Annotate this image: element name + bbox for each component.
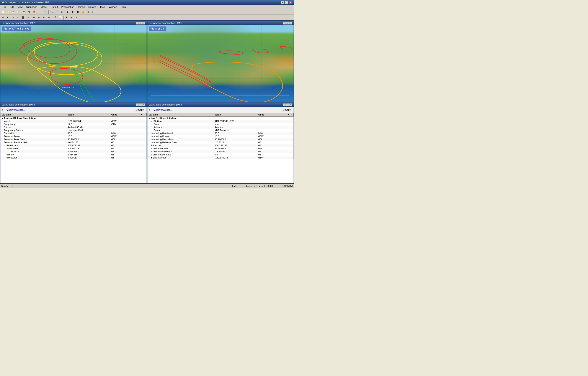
table-row[interactable]: Carrier Arabsat 30 MHz <box>0 126 147 129</box>
table-row[interactable]: 676 water 0.020113 dB <box>0 156 147 159</box>
menu-help[interactable]: Help <box>119 5 127 9</box>
table-row[interactable]: ▲ Arabsat DL.Link Calculation <box>0 117 147 120</box>
sim4-copy-button[interactable]: ⧉ Copy <box>281 108 292 112</box>
maximize-button[interactable]: □ <box>285 1 288 4</box>
table-row[interactable]: Transmit Power 18.0 dBW <box>0 135 147 138</box>
tb-fast-forward[interactable]: ⏭ <box>85 10 90 14</box>
sim3-modify-watches[interactable]: + + Modify Watches... <box>2 109 25 111</box>
sim2-close[interactable]: × <box>142 22 145 24</box>
close-button[interactable]: × <box>289 1 292 4</box>
menu-view[interactable]: View <box>16 5 24 9</box>
col4-units: Units <box>257 113 286 117</box>
table-row[interactable]: Group none <box>147 123 294 126</box>
menu-tools[interactable]: Tools <box>98 5 107 9</box>
sim2-minimize[interactable]: ─ <box>136 22 139 24</box>
table-row[interactable]: Interfering Power 18.0 dBW <box>147 135 294 138</box>
table-row[interactable]: Transmit Peak Gain 33.900002 dBi <box>0 138 147 141</box>
tb2-chart[interactable]: 📊 <box>58 15 63 20</box>
tb-info[interactable]: ℹ <box>90 10 95 14</box>
sim4-modify-watches[interactable]: + + Modify Watches... <box>149 109 172 111</box>
table-row[interactable]: Interfering Peak Gain 33.900002 dBi <box>147 138 294 141</box>
sim1-maximize[interactable]: □ <box>286 22 289 24</box>
tb-open[interactable]: 📁 <box>5 10 10 14</box>
sim3-maximize[interactable]: □ <box>139 103 142 106</box>
table-row[interactable]: Victim Peak Gain 35.689103 dBi <box>147 147 294 150</box>
tb-undo[interactable]: ↩ <box>38 10 43 14</box>
tb2-3[interactable]: ⊡ <box>10 15 15 20</box>
table-row[interactable]: Frequency 12.5 GHz <box>0 123 147 126</box>
table-row[interactable]: ▲ Station ARABSAT-KU-26E <box>147 120 294 123</box>
sim4-maximize[interactable]: □ <box>286 103 289 106</box>
col4-sort[interactable]: ▼ <box>286 113 294 117</box>
tb2-5[interactable]: ⬛ <box>20 15 25 20</box>
table-row[interactable]: Signal Strength -152.389232 dBW <box>147 156 294 159</box>
table-row[interactable]: Interfering Relative Gain -20.531341 dB <box>147 141 294 144</box>
sim2-map[interactable]: Lux ES Arabsat ES 1.5 1.5 ARABSAT-KU-26E… <box>0 25 147 102</box>
tb-zoom-in[interactable]: 🔍 <box>49 10 54 14</box>
tb2-7[interactable]: ⊕ <box>32 15 36 20</box>
table-row[interactable]: Transmit Relative Gain -0.454175 dB <box>0 141 147 144</box>
sim3-table-container[interactable]: Variable Value Units ▼ ▲ Arabsat DL.Link… <box>0 113 147 183</box>
table-row[interactable]: Worst I -166.781564 dBW <box>0 120 147 123</box>
tb2-settings[interactable]: ⚙ <box>74 15 79 20</box>
sim2-maximize[interactable]: □ <box>139 22 142 24</box>
sim4-table-container[interactable]: Variable Value Units ▼ ▲ Lux DL.Worst In… <box>147 113 294 183</box>
table-row[interactable]: ▲ Lux DL.Worst Interferer <box>147 117 294 120</box>
minimize-button[interactable]: ─ <box>281 1 284 4</box>
tb-save[interactable]: 💾 <box>10 10 15 14</box>
menu-file[interactable]: File <box>1 5 8 9</box>
tb-copy[interactable]: ⧉ <box>27 10 32 14</box>
tb2-sigma[interactable]: Σ <box>53 15 58 20</box>
table-row[interactable]: Antenna Antenna <box>147 126 294 129</box>
tb2-9[interactable]: ⊙ <box>42 15 46 20</box>
sim3-minimize[interactable]: ─ <box>136 103 139 106</box>
tb-new[interactable]: 📄 <box>0 10 5 14</box>
tb2-6[interactable]: ⊘ <box>25 15 30 20</box>
tb-saveas[interactable]: 📋 <box>15 10 20 14</box>
table-row[interactable]: Victim Relative Gain -13.214842 dB <box>147 150 294 153</box>
table-row[interactable]: Freespace 205.80439 dB <box>0 147 147 150</box>
tb-stop[interactable]: ⏹ <box>75 10 80 14</box>
tb-play[interactable]: ▶ <box>65 10 70 14</box>
sim1-close[interactable]: × <box>289 22 292 24</box>
table-row[interactable]: 676 dry 0.054886 dB <box>0 153 147 156</box>
menu-edit[interactable]: Edit <box>8 5 16 9</box>
menu-model[interactable]: Model <box>39 5 49 9</box>
tb2-4[interactable]: ↔ <box>15 15 20 20</box>
table-row[interactable]: ▲ Path Loss 205.879389 dB <box>0 144 147 147</box>
tb2-2[interactable]: ● <box>5 15 10 20</box>
table-row[interactable]: Path Loss 206.232153 dB <box>147 144 294 147</box>
sim4-close[interactable]: × <box>289 103 292 106</box>
tb-pause[interactable]: ⏸ <box>71 10 75 14</box>
tb2-1[interactable]: ⊕ <box>0 15 5 20</box>
sim3-title-bar: Lux Arabsat coordination.SIM:3 ─ □ × <box>0 102 147 107</box>
sim3-close[interactable]: × <box>142 103 145 106</box>
table-row[interactable]: Interfering Bandwidth 30.0 MHz <box>147 132 294 135</box>
menu-terrain[interactable]: Terrain <box>76 5 87 9</box>
col-sort[interactable]: ▼ <box>139 113 147 117</box>
tb2-map[interactable]: 🗺 <box>64 15 69 20</box>
tb2-10[interactable]: ⊚ <box>47 15 51 20</box>
tb-paste[interactable]: 📌 <box>32 10 36 14</box>
menu-simulation[interactable]: Simulation <box>24 5 39 9</box>
menu-results[interactable]: Results <box>87 5 98 9</box>
sim4-minimize[interactable]: ─ <box>283 103 286 106</box>
sim1-minimize[interactable]: ─ <box>283 22 286 24</box>
tb2-grid[interactable]: ⊞ <box>69 15 74 20</box>
tb-zoom-fit[interactable]: ⊞ <box>59 10 64 14</box>
table-row[interactable]: Bandwidth 30.0 MHz <box>0 132 147 135</box>
tb-redo[interactable]: ↪ <box>43 10 48 14</box>
table-row[interactable]: Beam KDF Transmit <box>147 129 294 132</box>
tb-forward[interactable]: ⏩ <box>80 10 85 14</box>
table-row[interactable]: ITU-R P676 0.074999 dB <box>0 150 147 153</box>
tb2-8[interactable]: ⊗ <box>37 15 42 20</box>
sim1-map[interactable]: 20.0 25.0 30.0 25.0 8.0 20.0 20.0 20.0 3… <box>147 25 294 102</box>
menu-propagation[interactable]: Propagation <box>60 5 76 9</box>
table-row[interactable]: Victim Feeder Loss 0.0 dB <box>147 153 294 156</box>
table-row[interactable]: Frequency Source User specified <box>0 129 147 132</box>
menu-output[interactable]: Output <box>49 5 60 9</box>
menu-window[interactable]: Window <box>107 5 119 9</box>
sim3-copy-button[interactable]: ⧉ Copy <box>134 108 145 112</box>
tb-zoom-out[interactable]: 🔎 <box>54 10 59 14</box>
tb-cut[interactable]: ✂ <box>22 10 26 14</box>
